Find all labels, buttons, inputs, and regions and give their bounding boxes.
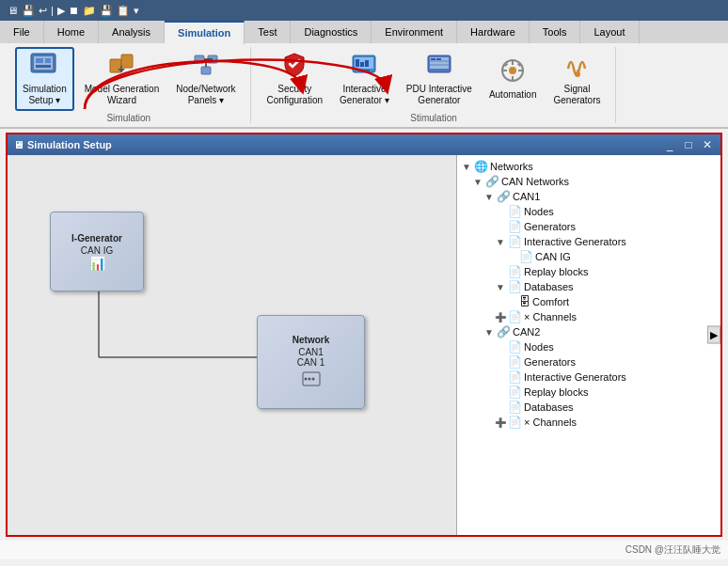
tree-can1-nodes[interactable]: 📄 Nodes (461, 204, 717, 219)
qa-stop[interactable]: ⏹ (69, 5, 79, 16)
tree-icon-can2-ig: 📄 (508, 370, 522, 384)
automation-button[interactable]: Automation (483, 54, 544, 104)
signal-gen-button[interactable]: SignalGenerators (546, 48, 607, 110)
tree-label-networks: Networks (490, 161, 533, 172)
tab-diagnostics[interactable]: Diagnostics (291, 21, 372, 43)
tree-icon-can1-channels: 📄 (508, 310, 522, 323)
qa-save[interactable]: 💾 (22, 5, 35, 17)
svg-rect-17 (360, 62, 364, 67)
tree-can1-generators[interactable]: 📄 Generators (461, 219, 717, 234)
svg-rect-19 (358, 70, 370, 71)
tab-file[interactable]: File (0, 21, 44, 43)
bottom-bar: CSDN @汪汪队睡大觉 (0, 541, 728, 559)
tab-environment[interactable]: Environment (372, 21, 457, 43)
igenerator-node[interactable]: I-Generator CAN IG 📊 (50, 212, 144, 291)
tab-home[interactable]: Home (44, 21, 99, 43)
network-subtitle1: CAN1 (298, 347, 324, 357)
tree-can2[interactable]: ▼ 🔗 CAN2 (461, 324, 717, 339)
tree-can2-channels[interactable]: ➕ 📄 × Channels (461, 415, 717, 430)
svg-point-34 (575, 71, 580, 77)
node-network-label: Node/NetworkPanels ▾ (176, 84, 235, 106)
tree-toggle-can1-db: ▼ (495, 282, 506, 292)
qa-undo[interactable]: ↩ (39, 5, 47, 17)
qa-run[interactable]: ▶ (57, 5, 65, 17)
model-generation-icon (108, 52, 135, 82)
ribbon-content: SimulationSetup ▾ Model GenerationWizard (0, 43, 728, 127)
tree-can1-channels[interactable]: ➕ 📄 × Channels (461, 309, 717, 324)
tree-can2-databases[interactable]: 📄 Databases (461, 400, 717, 415)
model-generation-label: Model GenerationWizard (85, 84, 160, 106)
window-maximize[interactable]: □ (681, 138, 696, 151)
pdu-interactive-label: PDU InteractiveGenerator (406, 84, 472, 106)
tree-can2-generators[interactable]: 📄 Generators (461, 354, 717, 369)
simulation-setup-button[interactable]: SimulationSetup ▾ (15, 47, 74, 111)
tab-test[interactable]: Test (245, 21, 291, 43)
svg-point-40 (304, 378, 307, 381)
tree-can-networks[interactable]: ▼ 🔗 CAN Networks (461, 174, 717, 189)
qa-dropdown[interactable]: ▾ (134, 5, 139, 17)
window-icon: 🖥 (13, 139, 24, 150)
svg-rect-30 (502, 70, 507, 71)
tree-toggle-can2: ▼ (483, 327, 495, 338)
scroll-arrow[interactable]: ▶ (707, 326, 720, 344)
svg-rect-3 (45, 58, 51, 63)
tree-networks[interactable]: ▼ 🌐 Networks (461, 159, 717, 174)
node-network-button[interactable]: Node/NetworkPanels ▾ (169, 48, 242, 110)
ribbon-tabs: File Home Analysis Simulation Test Diagn… (0, 21, 728, 43)
security-config-button[interactable]: SecurityConfiguration (261, 48, 329, 110)
tree-can1-comfort[interactable]: 🗄 Comfort (461, 294, 717, 309)
tree-icon-can2-nodes: 📄 (508, 340, 522, 354)
security-config-label: SecurityConfiguration (267, 84, 323, 106)
tab-layout[interactable]: Layout (580, 21, 639, 43)
tree-can1-can-ig[interactable]: 📄 CAN IG (461, 249, 717, 264)
qa-open[interactable]: 📁 (83, 5, 96, 17)
automation-label: Automation (489, 89, 537, 101)
tree-can2-replay[interactable]: 📄 Replay blocks (461, 385, 717, 400)
qa-paste[interactable]: 📋 (117, 5, 130, 17)
tab-analysis[interactable]: Analysis (99, 21, 165, 43)
tree-icon-can2-gen: 📄 (508, 355, 522, 369)
window-minimize[interactable]: _ (662, 138, 677, 151)
tree-can1-databases[interactable]: ▼ 📄 Databases (461, 279, 717, 294)
tab-tools[interactable]: Tools (530, 21, 581, 43)
tree-icon-can-ig: 📄 (519, 250, 533, 263)
tree-icon-can2-replay: 📄 (508, 385, 522, 399)
node-network-icon (193, 52, 219, 82)
simulation-group-label: Simulation (106, 113, 150, 123)
tree-label-can1-replay: Replay blocks (524, 266, 588, 277)
network-node[interactable]: Network CAN1 CAN 1 (257, 315, 365, 409)
igenerator-icon: 📊 (89, 256, 105, 271)
svg-rect-18 (365, 60, 369, 67)
tree-can2-nodes[interactable]: 📄 Nodes (461, 339, 717, 354)
tree-toggle-can1-ig: ▼ (495, 237, 506, 247)
window-close[interactable]: ✕ (700, 138, 715, 151)
model-generation-button[interactable]: Model GenerationWizard (78, 48, 166, 110)
tab-simulation[interactable]: Simulation (165, 21, 245, 45)
svg-point-27 (509, 67, 516, 74)
quick-access-toolbar: 🖥 💾 ↩ | ▶ ⏹ 📁 💾 📋 ▾ (0, 0, 728, 21)
tree-can1[interactable]: ▼ 🔗 CAN1 (461, 189, 717, 204)
tree-can1-replay[interactable]: 📄 Replay blocks (461, 264, 717, 279)
interactive-gen-button[interactable]: InteractiveGenerator ▾ (333, 48, 396, 110)
tree-label-can1-generators: Generators (524, 221, 576, 232)
tree-label-can2-db: Databases (524, 401, 574, 413)
app-icon: 🖥 (8, 5, 18, 16)
signal-gen-label: SignalGenerators (553, 84, 600, 106)
qa-save2[interactable]: 💾 (100, 5, 113, 17)
tree-label-can1-db: Databases (524, 281, 574, 292)
tree-label-can2-ig: Interactive Generators (524, 371, 626, 383)
canvas-area[interactable]: I-Generator CAN IG 📊 Network CAN1 CAN 1 (8, 155, 457, 535)
tree-toggle-can2-channels: ➕ (495, 417, 506, 428)
tree-can1-interactive-gen[interactable]: ▼ 📄 Interactive Generators (461, 234, 717, 249)
signal-gen-icon (564, 52, 591, 82)
window-body: I-Generator CAN IG 📊 Network CAN1 CAN 1 (8, 155, 720, 535)
tree-can2-ig[interactable]: 📄 Interactive Generators (461, 369, 717, 385)
ribbon-group-stimulation: SecurityConfiguration Int (253, 47, 616, 123)
ribbon-group-simulation: SimulationSetup ▾ Model GenerationWizard (8, 47, 251, 123)
tab-hardware[interactable]: Hardware (457, 21, 530, 43)
tree-toggle-networks: ▼ (461, 162, 472, 172)
network-subtitle2: CAN 1 (297, 357, 324, 368)
igenerator-title: I-Generator (71, 233, 122, 244)
tree-label-can1: CAN1 (513, 191, 540, 202)
pdu-interactive-button[interactable]: PDU InteractiveGenerator (400, 48, 479, 110)
